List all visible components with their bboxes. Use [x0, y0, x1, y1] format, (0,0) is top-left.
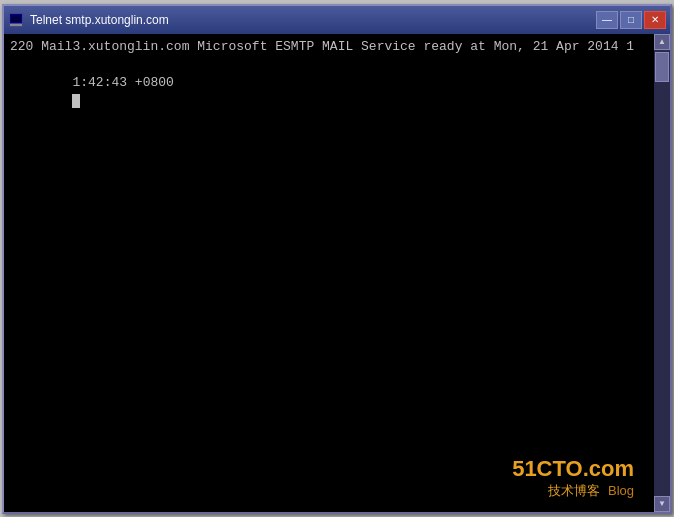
- title-bar-left: Telnet smtp.xutonglin.com: [8, 12, 169, 28]
- watermark-sub-line: 技术博客 Blog: [512, 482, 634, 500]
- scrollbar-track: [654, 50, 670, 496]
- watermark-blog: Blog: [608, 483, 634, 498]
- terminal-cursor: [72, 94, 80, 108]
- terminal-icon: [8, 12, 24, 28]
- svg-rect-3: [10, 24, 22, 26]
- scrollbar: ▲ ▼: [654, 34, 670, 512]
- window-title: Telnet smtp.xutonglin.com: [30, 13, 169, 27]
- close-button[interactable]: ✕: [644, 11, 666, 29]
- scroll-down-button[interactable]: ▼: [654, 496, 670, 512]
- watermark: 51CTO.com 技术博客 Blog: [512, 456, 634, 500]
- title-bar: Telnet smtp.xutonglin.com — □ ✕: [4, 6, 670, 34]
- watermark-sub: 技术博客: [548, 483, 600, 498]
- terminal-line-2: 1:42:43 +0800: [10, 56, 648, 129]
- maximize-button[interactable]: □: [620, 11, 642, 29]
- telnet-window: Telnet smtp.xutonglin.com — □ ✕ 220 Mail…: [2, 4, 672, 514]
- title-buttons: — □ ✕: [596, 11, 666, 29]
- scroll-up-button[interactable]: ▲: [654, 34, 670, 50]
- scrollbar-thumb[interactable]: [655, 52, 669, 82]
- terminal-line-1: 220 Mail3.xutonglin.com Microsoft ESMTP …: [10, 38, 648, 56]
- terminal-area[interactable]: 220 Mail3.xutonglin.com Microsoft ESMTP …: [4, 34, 654, 512]
- svg-rect-2: [11, 15, 21, 22]
- watermark-main: 51CTO.com: [512, 456, 634, 482]
- minimize-button[interactable]: —: [596, 11, 618, 29]
- window-body: 220 Mail3.xutonglin.com Microsoft ESMTP …: [4, 34, 670, 512]
